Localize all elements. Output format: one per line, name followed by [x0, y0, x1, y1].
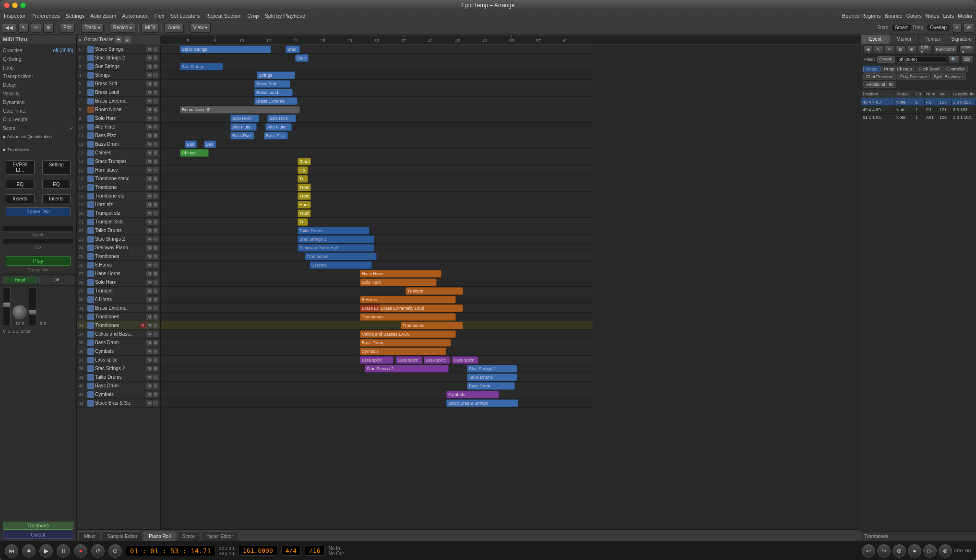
track-mute-15[interactable]: M — [146, 167, 152, 173]
ctrl-syst-exclusive[interactable]: Syst. Exclusive — [931, 73, 966, 80]
track-solo-4[interactable]: S — [153, 72, 158, 78]
track-solo-28[interactable]: S — [153, 280, 158, 285]
track-solo-19[interactable]: S — [153, 202, 158, 208]
toolbar-edit[interactable]: Edit — [60, 23, 75, 33]
region-37-2[interactable]: Lass spicc — [424, 356, 450, 364]
fader-thumb-1[interactable] — [3, 303, 10, 307]
region-29-0[interactable]: Trumpet — [405, 287, 463, 295]
track-name-row-21[interactable]: 21Trumpet SoloMS — [77, 218, 160, 226]
transport-btn-extra5[interactable]: ▷ — [923, 544, 937, 558]
track-name-row-37[interactable]: 37Lass spiccMS — [77, 356, 160, 364]
track-mute-33[interactable]: M — [146, 323, 152, 328]
track-name-row-36[interactable]: 36CymbalsMS — [77, 347, 160, 356]
menu-item-split-by-playhead[interactable]: Split by Playhead — [264, 13, 305, 19]
quantize-value[interactable]: off (3840) — [53, 48, 73, 53]
track-solo-21[interactable]: S — [153, 219, 158, 225]
track-solo-9[interactable]: S — [153, 116, 158, 121]
track-solo-36[interactable]: S — [153, 349, 158, 354]
track-name-row-17[interactable]: 17TromboneMS — [77, 183, 160, 192]
track-mute-6[interactable]: M — [146, 90, 152, 95]
track-name-row-8[interactable]: 8Room NoiseMS — [77, 105, 160, 114]
track-mute-41[interactable]: M — [146, 392, 152, 397]
track-mute-3[interactable]: M — [146, 64, 152, 70]
track-mute-23[interactable]: M — [146, 236, 152, 242]
toolbar-cursor[interactable]: ↖ — [18, 23, 29, 33]
menu-item-repeat-section[interactable]: Repeat Section — [205, 13, 241, 19]
track-solo-2[interactable]: S — [153, 55, 158, 61]
transport-stop[interactable]: ■ — [22, 544, 36, 558]
track-solo-29[interactable]: S — [153, 288, 158, 294]
tab-signature[interactable]: Signature — [947, 35, 976, 44]
ctrl-pitch-bend[interactable]: Pitch Bend — [916, 66, 943, 72]
region-39-0[interactable]: Taiko Drums — [467, 373, 517, 381]
menu-item-bounce[interactable]: Bounce — [885, 13, 903, 19]
rp-erase-btn[interactable]: ⊠ — [896, 46, 905, 53]
track-mute-30[interactable]: M — [146, 297, 152, 303]
region-33-0[interactable]: Trombones — [401, 322, 463, 329]
track-solo-24[interactable]: S — [153, 245, 158, 251]
region-9-1[interactable]: Solo Horn — [267, 115, 296, 122]
track-name-row-11[interactable]: 11Bass PizzMS — [77, 131, 160, 140]
transport-record[interactable]: ● — [74, 544, 87, 558]
track-solo-22[interactable]: S — [153, 228, 158, 233]
transport-btn-extra2[interactable]: ↪ — [877, 544, 891, 558]
region-28-0[interactable]: Solo Horn — [360, 279, 437, 286]
track-solo-6[interactable]: S — [153, 90, 158, 95]
region-38-0[interactable]: Stac Strings 2 — [365, 365, 449, 373]
track-mute-17[interactable]: M — [146, 185, 152, 190]
region-31-1[interactable]: Brass Extremelly Loud — [379, 304, 463, 312]
track-solo-3[interactable]: S — [153, 64, 158, 70]
lanes-panel[interactable]: Stacc StringsStacStacSus StringsStringsB… — [161, 45, 861, 529]
region-18-0[interactable]: Trom — [298, 192, 311, 200]
trombones-toggle[interactable]: ▶ Trombones — [3, 145, 73, 154]
track-name-row-22[interactable]: 22Taiko DrumsMS — [77, 226, 160, 235]
menu-item-media[interactable]: Media — [958, 13, 972, 19]
track-solo-37[interactable]: S — [153, 357, 158, 363]
region-25-0[interactable]: Trombones — [305, 253, 377, 260]
region-37-1[interactable]: Lass spicc — [396, 356, 422, 364]
transport-play[interactable]: ▶ — [39, 544, 53, 558]
minimize-button[interactable] — [12, 2, 18, 8]
track-name-row-29[interactable]: 29TrumpetMS — [77, 287, 160, 295]
tab-score[interactable]: Score — [177, 531, 200, 541]
track-name-row-3[interactable]: 3Sus StringsMS — [77, 62, 160, 71]
track-solo-33[interactable]: S — [153, 323, 158, 328]
rp-edit-menu[interactable]: Edit ▾ — [918, 46, 932, 53]
toolbar-audio[interactable]: Audio — [165, 23, 184, 33]
region-27-0[interactable]: Hans Horns — [360, 270, 441, 278]
track-name-row-10[interactable]: 10Alto FluteMS — [77, 123, 160, 131]
off-button[interactable]: Off — [39, 277, 74, 283]
tab-piano-roll[interactable]: Piano Roll — [143, 531, 176, 541]
region-36-0[interactable]: Cymbals — [360, 348, 446, 355]
event-row-2[interactable]: 51 1 1 55.Note1A#11051 3 1 107. — [861, 114, 976, 121]
track-name-row-24[interactable]: 24Steinway Piano ...MS — [77, 244, 160, 252]
tab-tempo[interactable]: Tempo — [919, 35, 948, 44]
region-8-0[interactable]: Room Noise ⊞ — [180, 106, 300, 114]
track-mute-22[interactable]: M — [146, 228, 152, 233]
track-mute-5[interactable]: M — [146, 81, 152, 87]
transport-go-start[interactable]: ⏮ — [5, 544, 18, 558]
region-32-0[interactable]: Trombones — [360, 313, 456, 321]
region-37-0[interactable]: Lass spicc — [360, 356, 393, 364]
region-17-0[interactable]: Trom — [298, 184, 311, 191]
menu-item-bounce-regions[interactable]: Bounce Regions — [842, 13, 881, 19]
menu-item-preferences[interactable]: Preferences — [31, 13, 60, 19]
track-mute-27[interactable]: M — [146, 271, 152, 277]
fader-2[interactable] — [29, 288, 36, 326]
track-mute-16[interactable]: M — [146, 176, 152, 182]
track-name-row-31[interactable]: 31Brass Extreme.MS — [77, 304, 160, 313]
region-1-0[interactable]: Stacc Strings — [180, 46, 271, 53]
track-name-row-9[interactable]: 9Solo HornMS — [77, 114, 160, 123]
score-value[interactable]: ✓ — [70, 126, 73, 131]
tab-sample-editor[interactable]: Sample Editor — [102, 531, 143, 541]
space-dsn[interactable]: Space Dsn — [6, 207, 71, 216]
track-mute-40[interactable]: M — [146, 383, 152, 389]
rp-zoom-btn[interactable]: ⊕ — [907, 46, 916, 53]
track-solo-15[interactable]: S — [153, 167, 158, 173]
track-name-row-5[interactable]: 5Brass SoftMS — [77, 80, 160, 88]
track-mute-36[interactable]: M — [146, 349, 152, 354]
track-solo-26[interactable]: S — [153, 262, 158, 268]
track-solo-38[interactable]: S — [153, 366, 158, 372]
tab-hyper-editor[interactable]: Hyper Editor — [201, 531, 238, 541]
track-solo-40[interactable]: S — [153, 383, 158, 389]
